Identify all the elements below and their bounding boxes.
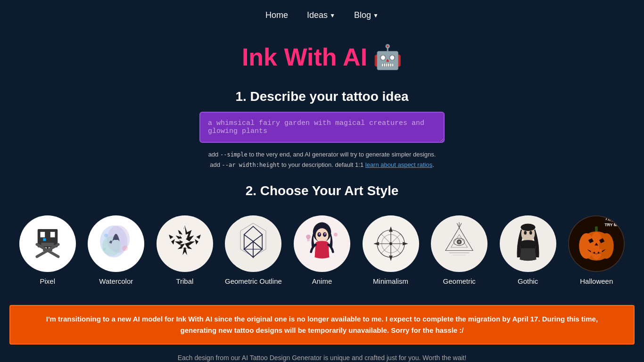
style-item-halloween[interactable]: TRY ME TRY ME Halloween [568,215,625,286]
style-label-pixel: Pixel [40,277,55,286]
aspect-ratios-link[interactable]: learn about aspect ratios [365,161,432,168]
hero-section: Ink With AI 🤖 [0,29,644,76]
ideas-dropdown-arrow: ▼ [330,12,335,19]
style-label-geometric-outline: Geometric Outline [225,277,282,286]
svg-rect-80 [599,249,602,253]
svg-point-18 [103,248,106,251]
style-circle-minimalism [363,215,419,272]
footer-hint: Each design from our AI Tattoo Design Ge… [0,349,644,362]
style-circle-gothic [500,215,556,272]
nav-blog[interactable]: Blog ▼ [354,10,379,20]
style-label-watercolor: Watercolor [99,277,133,286]
style-circle-halloween: TRY ME TRY ME [568,215,625,272]
hint1-code: --simple [220,151,248,158]
style-label-gothic: Gothic [518,277,538,286]
svg-point-57 [458,241,460,243]
style-circle-geometric [431,215,487,272]
style-label-anime: Anime [312,277,332,286]
style-item-anime[interactable]: Anime [293,215,351,286]
hint-block: add --simple to the very end, and AI gen… [0,149,644,170]
svg-point-66 [520,224,535,231]
style-item-geometric-outline[interactable]: Geometric Outline [225,215,282,286]
step2-heading: 2. Choose Your Art Style [0,183,644,198]
style-circle-anime [294,215,350,272]
style-label-geometric: Geometric [443,277,476,286]
svg-point-31 [315,228,328,243]
style-item-pixel[interactable]: Pixel [19,215,76,286]
svg-rect-78 [591,249,594,253]
svg-point-36 [319,233,320,234]
svg-rect-70 [595,226,598,232]
svg-rect-79 [595,249,598,254]
svg-point-16 [104,234,108,238]
hint2-mid: to your description. default 1:1 [280,161,365,168]
hero-title: Ink With AI 🤖 [242,43,402,71]
style-grid: Pixel Watercolor [0,206,644,300]
svg-point-67 [524,231,527,235]
nav-ideas[interactable]: Ideas ▼ [307,10,335,20]
prompt-input[interactable] [199,112,445,143]
nav-home[interactable]: Home [265,10,288,20]
svg-point-17 [123,246,128,251]
svg-rect-10 [43,239,46,241]
hint2-code: --ar width:height [222,162,280,168]
blog-dropdown-arrow: ▼ [373,12,379,19]
hint1-pre: add [208,151,220,158]
svg-point-37 [325,233,326,234]
prompt-wrapper [0,112,644,143]
navigation: Home Ideas ▼ Blog ▼ [0,0,644,29]
hint2-pre: add [210,161,222,168]
style-label-halloween: Halloween [580,277,613,286]
step1-heading: 1. Describe your tattoo idea [0,89,644,104]
svg-rect-2 [40,232,45,238]
robot-icon: 🤖 [373,43,402,71]
style-item-minimalism[interactable]: Minimalism [362,215,420,286]
hint1-post: to the very end, and AI generator will t… [248,151,436,158]
style-item-gothic[interactable]: Gothic [499,215,557,286]
style-item-watercolor[interactable]: Watercolor [88,215,145,286]
style-circle-geometric-outline [225,215,281,272]
svg-point-39 [334,233,338,237]
svg-rect-3 [50,232,55,238]
svg-point-51 [389,242,392,245]
notification-banner: I'm transitioning to a new AI model for … [9,305,635,345]
style-label-tribal: Tribal [176,277,193,286]
style-circle-tribal [157,215,213,272]
svg-point-74 [599,233,614,259]
svg-rect-4 [41,243,54,247]
svg-point-68 [529,231,532,235]
style-item-geometric[interactable]: Geometric [430,215,488,286]
style-item-tribal[interactable]: Tribal [156,215,214,286]
style-label-minimalism: Minimalism [373,277,408,286]
style-circle-watercolor [88,215,144,272]
style-circle-pixel [19,215,76,272]
